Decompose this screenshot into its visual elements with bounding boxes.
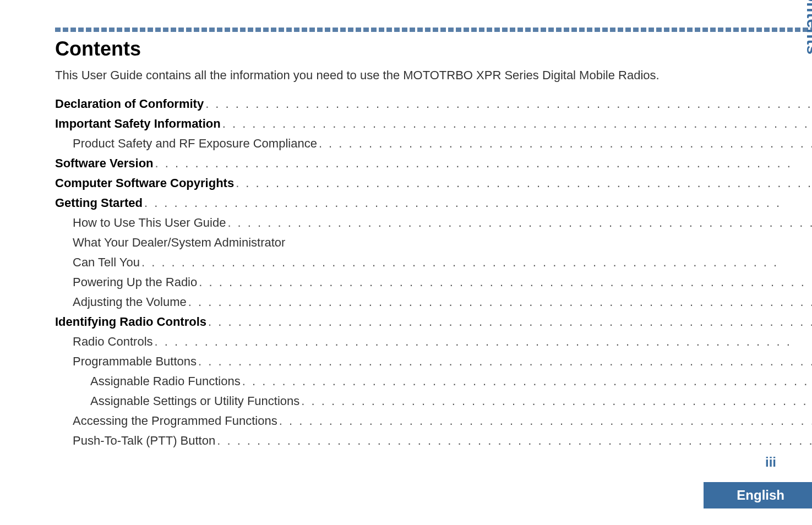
- separator-line: [55, 28, 812, 32]
- toc-entry[interactable]: Programmable Buttons4: [55, 352, 812, 370]
- toc-entry[interactable]: Identifying Radio Controls3: [55, 313, 812, 331]
- toc-entry[interactable]: Radio Controls3: [55, 332, 812, 351]
- toc-label: Computer Software Copyrights: [55, 174, 234, 192]
- page-container: Contents This User Guide contains all th…: [0, 0, 812, 525]
- toc-dots: [197, 273, 812, 291]
- toc-entry[interactable]: Software Versionix: [55, 154, 812, 172]
- toc-dots: [277, 412, 812, 430]
- toc-entry[interactable]: Declaration of Conformityi: [55, 95, 812, 113]
- toc-entry[interactable]: Computer Software Copyrightsx: [55, 174, 812, 192]
- toc-label: How to Use This User Guide: [73, 214, 226, 232]
- toc-dots: [215, 431, 812, 450]
- page-title: Contents: [55, 37, 812, 61]
- page-number: iii: [765, 455, 776, 470]
- toc-label: Important Safety Information: [55, 114, 221, 133]
- toc-entry[interactable]: Accessing the Programmed Functions6: [55, 412, 812, 430]
- toc-entry[interactable]: Important Safety Informationix: [55, 114, 812, 133]
- toc-dots: [153, 332, 812, 351]
- toc-dots: [317, 134, 812, 152]
- toc-label: Radio Controls: [73, 332, 153, 351]
- toc-dots: [299, 392, 812, 410]
- toc-dots: [143, 194, 812, 212]
- toc-label: Accessing the Programmed Functions: [73, 412, 277, 430]
- toc-dots: [234, 174, 812, 192]
- toc-entry[interactable]: Getting Started1: [55, 194, 812, 212]
- toc-entry[interactable]: Push-To-Talk (PTT) Button7: [55, 431, 812, 450]
- toc-entry[interactable]: Product Safety and RF Exposure Complianc…: [55, 134, 812, 152]
- toc-label: Assignable Settings or Utility Functions: [90, 392, 299, 410]
- footer-language-tab: English: [704, 482, 812, 508]
- toc-dots: [221, 114, 812, 133]
- toc-dots: [197, 352, 812, 370]
- toc-entry[interactable]: Assignable Settings or Utility Functions…: [55, 392, 812, 410]
- toc-dots: [204, 95, 812, 113]
- toc-entry[interactable]: Can Tell You1: [55, 253, 812, 271]
- side-tab-label: Contents: [803, 0, 812, 55]
- toc-label: Product Safety and RF Exposure Complianc…: [73, 134, 317, 152]
- toc-dots: [187, 293, 812, 311]
- toc-label: Getting Started: [55, 194, 143, 212]
- toc-label: Push-To-Talk (PTT) Button: [73, 431, 215, 450]
- toc-label: Declaration of Conformity: [55, 95, 204, 113]
- intro-text: This User Guide contains all the informa…: [55, 67, 812, 84]
- toc-dots: [140, 253, 812, 271]
- toc-label: Adjusting the Volume: [73, 293, 187, 311]
- toc-dots: [154, 154, 812, 172]
- toc-entry-wrap[interactable]: What Your Dealer/System Administrator: [55, 233, 812, 251]
- left-column: Contents This User Guide contains all th…: [55, 28, 812, 508]
- toc-label: Software Version: [55, 154, 154, 172]
- toc-label: Assignable Radio Functions: [90, 372, 241, 390]
- toc-dots: [226, 214, 812, 232]
- toc-entry[interactable]: Assignable Radio Functions4: [55, 372, 812, 390]
- toc-entry[interactable]: Powering Up the Radio2: [55, 273, 812, 291]
- toc-left-list: Declaration of ConformityiImportant Safe…: [55, 95, 812, 450]
- toc-label: Powering Up the Radio: [73, 273, 197, 291]
- toc-entry[interactable]: Adjusting the Volume2: [55, 293, 812, 311]
- toc-label: Can Tell You: [73, 253, 140, 271]
- toc-dots: [206, 313, 812, 331]
- toc-entry[interactable]: How to Use This User Guide1: [55, 214, 812, 232]
- toc-label: Identifying Radio Controls: [55, 313, 206, 331]
- toc-label: Programmable Buttons: [73, 352, 197, 370]
- toc-dots: [241, 372, 812, 390]
